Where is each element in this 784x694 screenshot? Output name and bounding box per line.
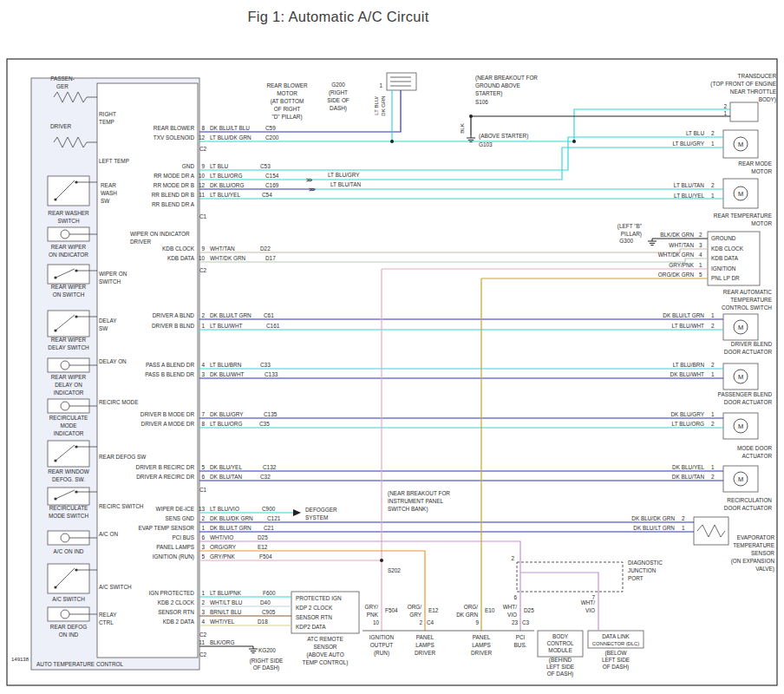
diagram-label: IGN PROTECTED <box>148 590 194 596</box>
diagram-label: C161 <box>266 323 280 329</box>
diagram-label: C135 <box>264 411 278 417</box>
splice-dot <box>380 559 383 562</box>
diagram-label: S202 <box>388 567 401 573</box>
diagram-label: REAR BLOWER <box>266 82 308 88</box>
diagram-label: DK BLU/LT GRN <box>210 525 252 531</box>
diagram-label: EVAPORATOR <box>737 534 775 540</box>
diagram-label: 5 <box>201 464 205 470</box>
diagram-label: REAR DEFOG SW <box>99 454 147 460</box>
diagram-label: (NEAR BREAKOUT FOR <box>475 75 538 82</box>
diagram-label: 9 <box>201 163 205 169</box>
diagram-label: DK BLU/WHT <box>670 371 705 377</box>
diagram-label: OF DASH) <box>547 671 574 678</box>
diagram-label: GRY/PNK <box>210 553 235 560</box>
switch-terminal-dot <box>75 490 77 493</box>
diagram-label: BLK/DK GRN <box>660 232 694 238</box>
splice-dot <box>390 140 394 143</box>
diagram-label: 2 <box>511 555 514 561</box>
diagram-label: 6 <box>513 594 517 600</box>
diagram-label: ORG/ <box>408 604 422 610</box>
diagram-label: KDB CLOCK <box>711 246 744 252</box>
diagram-label: ACTUATOR <box>742 453 772 459</box>
diagram-label: TEMP <box>99 119 114 125</box>
diagram-label: LT BLU <box>686 130 704 136</box>
diagram-label: OF DASH) <box>253 665 280 671</box>
diagram-label: ATC REMOTE <box>307 636 343 642</box>
recirculate-mode-switch-box <box>48 488 89 505</box>
diagram-label: (RIGHT SIDE <box>250 658 284 665</box>
diagram-label: C32 <box>260 474 271 480</box>
diagram-label: "D" PILLAR) <box>271 114 302 121</box>
diagram-label: SW <box>99 325 108 331</box>
diagram-label: DELAY ON <box>55 382 82 388</box>
diagram-label: PNK <box>367 612 379 618</box>
diagram-label: LT BLU/YEL <box>674 193 704 199</box>
diagram-label: C121 <box>267 515 281 521</box>
diagram-label: PASS B BLEND DR <box>145 371 194 377</box>
diagram-label: MOTOR <box>277 90 297 96</box>
diagram-label: 2 <box>711 421 715 427</box>
diagram-label: SENSOR RTN <box>158 609 194 615</box>
diagram-label: WHT/TAN <box>669 242 694 248</box>
diagram-label: 2 <box>419 619 422 625</box>
diagram-label: PILLAR) <box>621 231 642 238</box>
diagram-label: DK BLU/YEL <box>672 464 704 470</box>
diagram-label: OF RIGHT <box>274 106 301 112</box>
diagram-label: E12 <box>258 544 268 550</box>
diagram-label: REAR BLOWER <box>154 125 195 131</box>
diagram-label: 4 <box>699 252 702 258</box>
diagram-label: EVAP TEMP SENSOR <box>138 525 194 531</box>
diagram-label: RR MODE DR B <box>154 182 194 188</box>
diagram-label: VIO <box>507 612 517 618</box>
diagram-label: LT BLU/VIO <box>210 506 239 512</box>
diagram-label: SYSTEM <box>305 514 328 520</box>
diagram-label: DIAGNOSTIC <box>628 560 663 566</box>
diagram-label: LT BLU/ <box>374 96 379 115</box>
diagram-label: 1 <box>201 590 205 596</box>
diagram-label: REAR AUTOMATIC <box>723 289 773 295</box>
diagram-label: C54 <box>262 192 272 198</box>
diagram-label: (BELOW <box>604 650 627 657</box>
diagram-label: LT BLU/GRY <box>672 141 704 147</box>
diagram-label: GROUND <box>711 235 736 241</box>
diagram-label: REAR DEFOG <box>50 624 87 630</box>
diagram-label: MODE <box>60 422 76 429</box>
diagram-label: PANEL <box>416 634 434 640</box>
diagram-label: DELAY <box>99 318 117 324</box>
diagram-label: KDB DATA <box>711 255 739 261</box>
diagram-label: 2 <box>711 362 715 368</box>
switch-terminal-dot <box>54 329 56 331</box>
diagram-label: ON IND <box>59 632 79 638</box>
diagram-label: LT BLU/WHT <box>210 323 242 329</box>
diagram-label: DELAY SWITCH <box>48 344 89 350</box>
diagram-label: C132 <box>263 464 277 470</box>
diagram-label: 3 <box>201 544 205 550</box>
diagram-label: 2 <box>711 323 715 329</box>
diagram-label: WHT/ <box>581 599 596 606</box>
diagram-label: KDB 2 CLOCK <box>158 599 195 606</box>
diagram-label: WIPER ON <box>99 271 127 277</box>
switch-terminal-dot <box>75 269 77 272</box>
diagram-label: A/C ON <box>99 531 118 537</box>
diagram-label: 1 <box>711 371 715 377</box>
diagram-label: D25 <box>524 607 534 613</box>
diagram-label: RECIRC SWITCH <box>99 503 144 509</box>
diagram-label: SWITCH <box>57 218 80 224</box>
ac-switch-box <box>48 564 89 593</box>
diagram-label: (TOP FRONT OF ENGINE <box>710 81 776 88</box>
rear-window-defog-switch-box <box>48 441 89 467</box>
diagram-label: SIDE OF <box>327 97 350 103</box>
diagram-label: C2 <box>199 651 207 658</box>
diagram-label: C2 <box>199 632 207 638</box>
switch-terminal-dot <box>75 315 77 318</box>
transducer-box <box>730 102 758 121</box>
switch-terminal-dot <box>54 459 56 462</box>
diagram-label: 8 <box>201 421 205 427</box>
switch-terminal-dot <box>54 586 56 588</box>
diagram-label: SENSOR <box>314 644 337 650</box>
diagram-label: RECIRC MODE <box>99 399 138 405</box>
diagram-label: ORG/DK GRN <box>658 272 695 278</box>
diagram-label: LT BLU/TAN <box>674 182 705 188</box>
diagram-label: GRY/PNK <box>669 262 694 268</box>
motor-letter: M <box>738 475 743 483</box>
